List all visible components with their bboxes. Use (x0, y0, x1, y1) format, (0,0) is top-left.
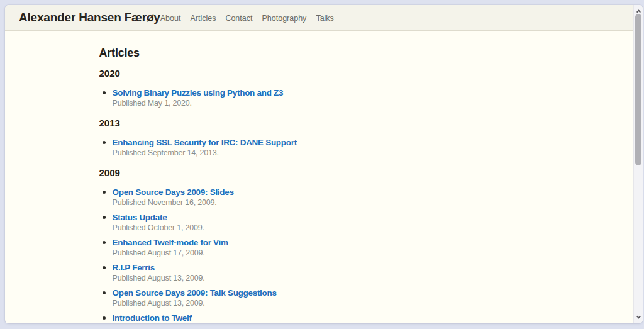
article-link[interactable]: Enhanced Twelf-mode for Vim (113, 237, 228, 248)
page-title: Articles (99, 47, 540, 59)
chevron-down-icon (636, 314, 640, 318)
nav-item-about: About (160, 12, 181, 23)
nav-link-contact[interactable]: Contact (225, 14, 252, 23)
scroll-down-button[interactable] (634, 313, 643, 321)
nav-link-articles[interactable]: Articles (190, 14, 216, 23)
year-heading-2013: 2013 (99, 118, 540, 129)
article-item: Status UpdatePublished October 1, 2009. (113, 211, 540, 233)
published-date: Published August 13, 2009. (113, 273, 540, 284)
article-link[interactable]: Open Source Days 2009: Slides (113, 187, 234, 198)
browser-viewport: Alexander Hansen Færøy AboutArticlesCont… (5, 5, 643, 323)
article-list-2013: Enhancing SSL Security for IRC: DANE Sup… (99, 137, 540, 159)
chevron-up-icon (636, 9, 640, 14)
article-item: Open Source Days 2009: Talk SuggestionsP… (113, 287, 540, 309)
published-date: Published August 17, 2009. (113, 248, 540, 259)
nav-list: AboutArticlesContactPhotographyTalks (160, 12, 334, 23)
article-link[interactable]: Solving Binary Puzzles using Python and … (113, 87, 284, 98)
article-item: Solving Binary Puzzles using Python and … (113, 87, 540, 109)
nav-item-articles: Articles (190, 12, 216, 23)
article-link[interactable]: Open Source Days 2009: Talk Suggestions (113, 287, 277, 298)
article-link[interactable]: Status Update (113, 212, 167, 223)
published-date: Published November 16, 2009. (113, 198, 540, 208)
main-nav: AboutArticlesContactPhotographyTalks (160, 12, 334, 23)
scrollbar-thumb[interactable] (635, 14, 641, 165)
nav-link-photography[interactable]: Photography (262, 14, 306, 23)
published-date: Published August 13, 2009. (113, 298, 540, 309)
page-content: Articles 2020Solving Binary Puzzles usin… (5, 47, 633, 323)
article-link[interactable]: Enhancing SSL Security for IRC: DANE Sup… (113, 137, 297, 148)
nav-link-about[interactable]: About (160, 14, 181, 23)
content-container: Articles 2020Solving Binary Puzzles usin… (99, 47, 540, 323)
vertical-scrollbar[interactable] (633, 5, 643, 323)
published-date: Published September 14, 2013. (113, 148, 540, 159)
article-link[interactable]: Introduction to Twelf (113, 313, 192, 323)
articles-sections: 2020Solving Binary Puzzles using Python … (99, 68, 540, 323)
published-date: Published May 1, 2020. (113, 98, 540, 109)
year-heading-2020: 2020 (99, 68, 540, 79)
published-date: Published October 1, 2009. (113, 223, 540, 233)
site-header: Alexander Hansen Færøy AboutArticlesCont… (5, 5, 643, 31)
article-item: Open Source Days 2009: SlidesPublished N… (113, 186, 540, 208)
nav-link-talks[interactable]: Talks (316, 14, 333, 23)
site-title[interactable]: Alexander Hansen Færøy (19, 11, 160, 25)
article-item: Introduction to TwelfPublished August 4,… (113, 312, 540, 323)
article-item: R.I.P FerrisPublished August 13, 2009. (113, 262, 540, 284)
article-item: Enhanced Twelf-mode for VimPublished Aug… (113, 237, 540, 259)
nav-item-photography: Photography (262, 12, 306, 23)
article-item: Enhancing SSL Security for IRC: DANE Sup… (113, 137, 540, 159)
article-list-2020: Solving Binary Puzzles using Python and … (99, 87, 540, 109)
nav-item-talks: Talks (316, 12, 333, 23)
article-list-2009: Open Source Days 2009: SlidesPublished N… (99, 186, 540, 323)
year-heading-2009: 2009 (99, 167, 540, 179)
nav-item-contact: Contact (225, 12, 252, 23)
article-link[interactable]: R.I.P Ferris (113, 262, 155, 273)
